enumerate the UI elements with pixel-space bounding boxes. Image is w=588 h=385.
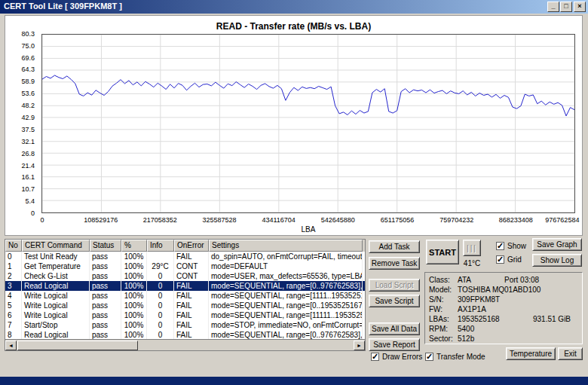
load-script-button: Load Script	[369, 279, 420, 292]
drive-info-row: S/N:309FPKM8T	[429, 295, 578, 304]
chart-title: READ - Transfer rate (MB/s vs. LBA)	[5, 21, 582, 32]
checkbox-icon[interactable]	[425, 353, 433, 361]
show-log-button[interactable]: Show Log	[532, 254, 582, 267]
maximize-icon[interactable]: □	[560, 2, 572, 12]
column-header-status[interactable]: Status	[90, 240, 121, 252]
table-cell: FAIL	[174, 310, 209, 320]
y-tick-label: 26.8	[21, 150, 35, 157]
scroll-left-icon[interactable]: ◄	[5, 341, 17, 350]
y-tick-label: 0	[31, 209, 35, 217]
table-cell: Test Unit Ready	[22, 252, 90, 261]
task-table[interactable]: NoCERT CommandStatus%InfoOnErrorSettings…	[5, 239, 366, 351]
table-cell: FAIL	[174, 301, 209, 310]
table-cell: 0	[147, 271, 174, 281]
table-cell: mode=SEQUENTIAL, range=[1111..1953525167…	[209, 291, 363, 301]
horizontal-scrollbar[interactable]: ◄ ►	[5, 339, 365, 350]
y-tick-label: 21.4	[21, 162, 35, 170]
grid-checkbox[interactable]: Grid	[496, 255, 522, 264]
save-report-button[interactable]: Save Report	[369, 338, 420, 351]
app-window: CERT Tool Lite [ 309FPKM8T ] _ □ × READ …	[0, 0, 588, 385]
transfer-rate-chart: READ - Transfer rate (MB/s vs. LBA) 80.3…	[5, 15, 583, 236]
table-row[interactable]: 3Read Logicalpass100%0FAILmode=SEQUENTIA…	[5, 281, 365, 291]
start-button[interactable]: START	[426, 240, 459, 264]
table-cell: FAIL	[174, 291, 209, 301]
table-cell: pass	[90, 310, 121, 320]
table-cell	[147, 252, 174, 261]
table-cell: 100%	[121, 252, 147, 261]
x-tick-label: 217058352	[143, 216, 177, 224]
table-cell: 100%	[121, 301, 147, 310]
table-cell: pass	[90, 261, 121, 271]
column-header-info[interactable]: Info	[147, 240, 174, 252]
table-cell: pass	[90, 291, 121, 301]
minimize-icon[interactable]: _	[547, 2, 559, 12]
table-cell: 7	[5, 320, 22, 330]
table-cell: mode=SEQUENTIAL, range=[0..976762583], s…	[209, 281, 363, 291]
show-checkbox[interactable]: Show	[496, 242, 526, 250]
scrollbar-thumb[interactable]	[17, 341, 138, 350]
table-cell: Get Temperature	[22, 261, 90, 271]
x-tick-label: 651175056	[381, 216, 414, 224]
column-header-settings[interactable]: Settings	[209, 240, 363, 252]
column-header-cert-command[interactable]: CERT Command	[22, 240, 90, 252]
save-all-data-button[interactable]: Save All Data	[369, 322, 420, 335]
table-row[interactable]: 4Write Logicalpass100%0FAILmode=SEQUENTI…	[5, 291, 365, 301]
current-temperature-label: 41°C	[460, 259, 484, 267]
table-cell: Check G-List	[22, 271, 90, 281]
y-tick-label: 42.9	[21, 114, 35, 121]
table-row[interactable]: 6Write Logicalpass100%0FAILmode=SEQUENTI…	[5, 310, 365, 320]
table-row[interactable]: 0Test Unit Readypass100%FAILdo_spin=AUTO…	[5, 252, 365, 261]
table-row[interactable]: 5Write Logicalpass100%0FAILmode=SEQUENTI…	[5, 301, 365, 310]
transfer-mode-checkbox[interactable]: Transfer Mode	[425, 353, 485, 361]
table-cell: Read Logical	[22, 281, 90, 291]
column-header-no[interactable]: No	[5, 240, 22, 252]
y-tick-label: 5.4	[25, 197, 35, 205]
exit-button[interactable]: Exit	[558, 347, 583, 360]
table-cell: 100%	[121, 320, 147, 330]
table-cell: do_spin=AUTO, onFmtCorrupt=FAIL, timeout…	[209, 252, 363, 261]
table-cell: pass	[90, 271, 121, 281]
table-cell: Write Logical	[22, 310, 90, 320]
drive-info-row: RPM:5400	[429, 324, 578, 334]
grid-checkbox-label: Grid	[507, 255, 522, 264]
window-bottom-edge	[0, 377, 588, 385]
table-cell: mode=SEQUENTIAL, range=[11111..195352516…	[209, 310, 363, 320]
x-tick-label: 542645880	[321, 216, 355, 224]
x-tick-label: 325587528	[202, 216, 236, 224]
checkbox-icon[interactable]	[496, 255, 504, 264]
column-header--[interactable]: %	[121, 240, 147, 252]
x-axis-labels: 0108529176217058352325587528434116704542…	[41, 216, 575, 225]
table-row[interactable]: 7Start/Stoppass100%0FAILmode=STOP, immed…	[5, 320, 365, 330]
checkbox-icon[interactable]	[371, 353, 379, 361]
table-cell: 100%	[121, 281, 147, 291]
column-header-onerror[interactable]: OnError	[174, 240, 209, 252]
table-row[interactable]: 1Get Temperaturepass100%29°CCONTmode=DEF…	[5, 261, 365, 271]
title-bar[interactable]: CERT Tool Lite [ 309FPKM8T ] _ □ ×	[0, 0, 588, 14]
table-cell: 3	[5, 281, 22, 291]
table-cell: 100%	[121, 310, 147, 320]
stop-button: |||	[463, 240, 481, 256]
drive-info-row: Model:TOSHIBA MQ01ABD100	[429, 285, 578, 295]
table-cell: 100%	[121, 271, 147, 281]
table-cell: pass	[90, 281, 121, 291]
scroll-right-icon[interactable]: ►	[354, 341, 365, 350]
save-script-button[interactable]: Save Script	[369, 295, 420, 307]
add-task-button[interactable]: Add Task	[369, 240, 420, 253]
table-cell: 2	[5, 271, 22, 281]
temperature-button[interactable]: Temperature	[506, 347, 556, 360]
table-cell: 0	[147, 291, 174, 301]
table-cell: FAIL	[174, 320, 209, 330]
draw-errors-checkbox[interactable]: Draw Errors	[371, 353, 422, 361]
close-icon[interactable]: ×	[574, 2, 586, 12]
table-row[interactable]: 2Check G-Listpass100%0CONTmode=USER, max…	[5, 271, 365, 281]
y-tick-label: 64.3	[21, 66, 35, 73]
checkbox-icon[interactable]	[496, 242, 504, 250]
save-graph-button[interactable]: Save Graph	[532, 238, 582, 251]
table-cell: FAIL	[174, 252, 209, 261]
table-cell: mode=DEFAULT	[209, 261, 363, 271]
table-cell: 0	[5, 252, 22, 261]
table-body: 0Test Unit Readypass100%FAILdo_spin=AUTO…	[5, 252, 365, 340]
remove-task-button[interactable]: Remove Task	[369, 257, 420, 270]
table-cell: 6	[5, 310, 22, 320]
y-axis-labels: 80.375.069.664.358.953.648.242.937.532.1…	[5, 34, 38, 213]
